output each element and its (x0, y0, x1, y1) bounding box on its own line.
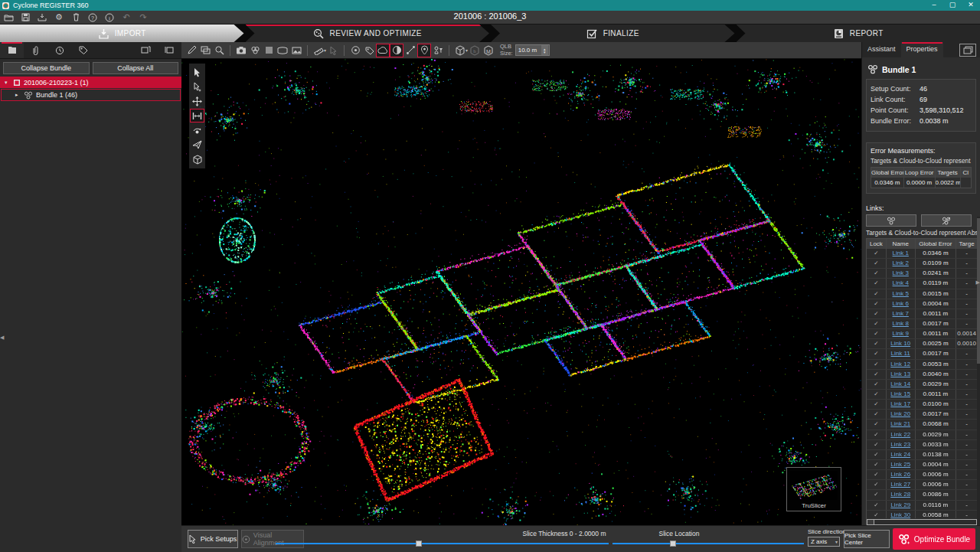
step-report[interactable]: REPORT (737, 24, 980, 42)
collapse-bundle-button[interactable]: Collapse Bundle (3, 62, 90, 74)
close-button[interactable]: ✕ (962, 0, 980, 11)
link-name[interactable]: Link 5 (887, 289, 916, 299)
link-name[interactable]: Link 4 (887, 279, 916, 288)
remove-link-button[interactable] (921, 214, 972, 227)
link-name[interactable]: Link 14 (887, 380, 916, 389)
tab-properties[interactable]: Properties (901, 42, 943, 57)
target-visibility-icon[interactable] (348, 44, 362, 57)
maximize-button[interactable]: ▢ (943, 0, 962, 11)
link-name[interactable]: Link 13 (887, 370, 916, 379)
select-tool-icon[interactable] (190, 65, 204, 79)
tag-visibility-icon[interactable] (362, 44, 376, 57)
link-lock-checkbox[interactable]: ✓ (867, 390, 887, 399)
link-lock-checkbox[interactable]: ✓ (867, 420, 887, 429)
step-import[interactable]: IMPORT (0, 24, 244, 42)
links-horizontal-scrollbar[interactable] (867, 519, 977, 525)
solid-view-icon[interactable] (262, 44, 276, 57)
step-review-and-optimize[interactable]: REVIEW AND OPTIMIZE (246, 24, 490, 42)
optimize-bundle-button[interactable]: Optimize Bundle (893, 528, 975, 550)
camera-screenshot-icon[interactable] (234, 44, 248, 57)
panorama-view-icon[interactable] (276, 44, 289, 57)
column-header[interactable]: Lock (867, 239, 887, 249)
truslicer-minimap[interactable]: TruSlicer (786, 467, 841, 511)
pick-setups-button[interactable]: Pick Setups (188, 530, 238, 548)
link-lock-checkbox[interactable]: ✓ (867, 289, 887, 299)
slice-location-handle[interactable] (670, 541, 676, 547)
link-name[interactable]: Link 29 (887, 501, 916, 510)
link-name[interactable]: Link 15 (887, 390, 916, 399)
link-lock-checkbox[interactable]: ✓ (867, 490, 887, 499)
sidebar-collapse-handle[interactable]: ◀ (0, 335, 4, 341)
link-line-icon[interactable] (403, 44, 417, 57)
collapse-all-panels-button[interactable] (158, 42, 181, 58)
zoom-region-icon[interactable] (212, 44, 226, 57)
link-name[interactable]: Link 3 (887, 269, 916, 278)
panel-layout-button[interactable] (959, 44, 976, 57)
tab-history[interactable] (47, 42, 71, 58)
link-name[interactable]: Link 24 (887, 450, 916, 459)
link-lock-checkbox[interactable]: ✓ (867, 511, 887, 518)
fly-tool-icon[interactable] (190, 138, 204, 152)
link-name[interactable]: Link 28 (887, 490, 916, 499)
link-lock-checkbox[interactable]: ✓ (867, 279, 887, 288)
column-header[interactable]: Global Error (871, 168, 904, 178)
panel-vertical-scrollbar[interactable] (977, 217, 980, 525)
slice-direction-select[interactable]: Z axis ▾ (808, 537, 840, 547)
color-mode-icon[interactable] (248, 44, 262, 57)
link-name[interactable]: Link 27 (887, 480, 916, 489)
link-name[interactable]: Link 8 (887, 319, 916, 328)
link-lock-checkbox[interactable]: ✓ (867, 319, 887, 328)
link-name[interactable]: Link 7 (887, 309, 916, 318)
link-name[interactable]: Link 11 (887, 349, 916, 358)
link-name[interactable]: Link 21 (887, 420, 916, 429)
column-header[interactable]: Cl (961, 168, 971, 178)
link-lock-checkbox[interactable]: ✓ (867, 249, 887, 258)
setup-pin-icon[interactable] (417, 44, 431, 57)
link-name[interactable]: Link 6 (887, 299, 916, 309)
create-link-button[interactable] (866, 214, 916, 227)
image-view-icon[interactable] (289, 44, 303, 57)
tab-project-explorer[interactable] (0, 42, 24, 58)
link-name[interactable]: Link 1 (887, 249, 916, 258)
slice-thickness-slider[interactable] (276, 541, 609, 547)
link-name[interactable]: Link 9 (887, 329, 916, 338)
view-cube-tool-icon[interactable] (190, 152, 204, 166)
link-lock-checkbox[interactable]: ✓ (867, 299, 887, 309)
link-name[interactable]: Link 26 (887, 470, 916, 479)
link-lock-checkbox[interactable]: ✓ (867, 400, 887, 409)
link-lock-checkbox[interactable]: ✓ (867, 309, 887, 318)
link-lock-checkbox[interactable]: ✓ (867, 450, 887, 459)
setup-filter-icon[interactable] (431, 44, 445, 57)
contrast-sphere-icon[interactable] (390, 44, 403, 57)
column-header[interactable]: Name (887, 239, 916, 249)
link-lock-checkbox[interactable]: ✓ (867, 380, 887, 389)
panel-expand-handle[interactable]: ▶ (976, 279, 980, 286)
link-lock-checkbox[interactable]: ✓ (867, 269, 887, 278)
link-name[interactable]: Link 12 (887, 360, 916, 369)
annotate-icon[interactable] (185, 44, 198, 57)
link-lock-checkbox[interactable]: ✓ (867, 360, 887, 369)
pointcloud-visibility-icon[interactable] (376, 44, 390, 57)
link-name[interactable]: Link 17 (887, 400, 916, 409)
column-header[interactable]: Targets (936, 168, 961, 178)
column-header[interactable]: Loop Error (904, 168, 936, 178)
qlb-size-input[interactable]: 10.0 m ▴▾ (515, 44, 550, 56)
link-lock-checkbox[interactable]: ✓ (867, 440, 887, 449)
pointcloud-canvas[interactable] (181, 59, 861, 525)
link-lock-checkbox[interactable]: ✓ (867, 501, 887, 510)
link-lock-checkbox[interactable]: ✓ (867, 480, 887, 489)
link-name[interactable]: Link 20 (887, 410, 916, 419)
column-header[interactable]: Global Error (916, 239, 957, 249)
link-name[interactable]: Link 2 (887, 259, 916, 268)
fit-view-tool-icon[interactable] (190, 109, 204, 122)
link-name[interactable]: Link 10 (887, 339, 916, 348)
pan-tool-icon[interactable] (190, 94, 204, 108)
link-lock-checkbox[interactable]: ✓ (867, 430, 887, 439)
slice-thickness-handle[interactable] (416, 541, 422, 547)
link-lock-checkbox[interactable]: ✓ (867, 470, 887, 479)
caret-down-icon[interactable]: ▾ (5, 80, 10, 86)
link-lock-checkbox[interactable]: ✓ (867, 370, 887, 379)
minimize-button[interactable]: – (925, 0, 943, 11)
tree-item-bundle[interactable]: ▸ Bundle 1 (46) (1, 89, 181, 101)
link-lock-checkbox[interactable]: ✓ (867, 349, 887, 358)
